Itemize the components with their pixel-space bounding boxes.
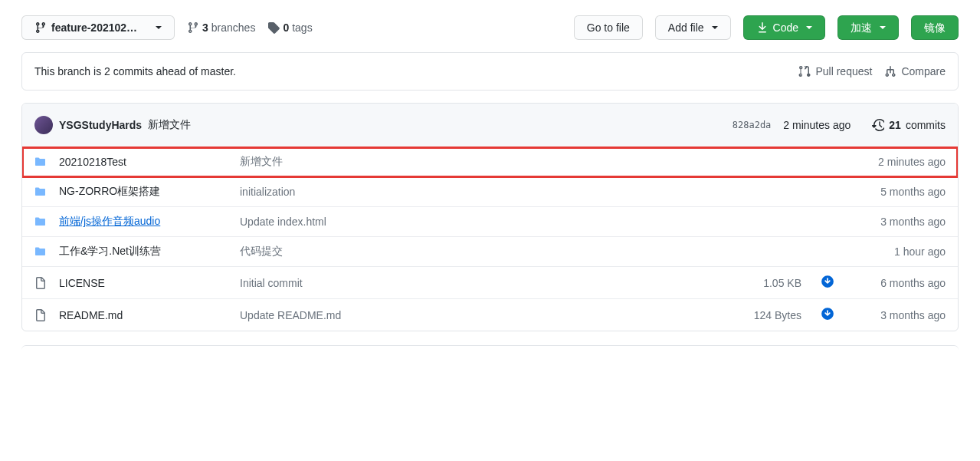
commit-message[interactable]: 新增文件 [148,118,191,132]
file-name-cell: 前端/js操作音频audio [59,215,228,229]
pull-request-label: Pull request [815,65,872,77]
commit-message-cell[interactable]: Update index.html [240,216,720,228]
pull-request-icon [798,65,811,77]
accelerate-button[interactable]: 加速 [837,15,899,40]
file-time-cell: 5 months ago [854,186,946,198]
compare-icon [884,65,896,77]
file-icon [34,277,47,289]
folder-icon [34,186,47,198]
file-name-cell: 20210218Test [59,156,228,168]
file-name-link[interactable]: 前端/js操作音频audio [59,215,160,227]
add-file-button[interactable]: Add file [655,15,731,40]
commits-label: commits [906,119,946,131]
git-branch-icon [34,21,47,34]
file-size-cell: 1.05 KB [733,277,801,289]
chevron-down-icon [806,26,812,29]
chevron-down-icon [712,26,718,29]
add-file-label: Add file [668,20,704,35]
commit-message-cell[interactable]: 新增文件 [240,155,720,169]
code-button[interactable]: Code [743,15,825,40]
latest-commit-header: YSGStudyHards 新增文件 828a2da 2 minutes ago… [22,104,958,147]
history-icon [872,119,884,131]
commit-message-cell[interactable]: Update README.md [240,309,720,321]
compare-link[interactable]: Compare [884,65,946,77]
branch-select-button[interactable]: feature-202102… [21,15,175,40]
accelerate-label: 加速 [851,20,872,35]
chevron-down-icon [156,26,162,29]
file-row: 20210218Test新增文件2 minutes ago [22,147,958,177]
file-time-cell: 3 months ago [854,309,946,321]
git-branch-icon [187,21,199,34]
file-time-cell: 2 minutes ago [854,156,946,168]
file-row: NG-ZORRO框架搭建initialization5 months ago [22,177,958,207]
commit-message-cell[interactable]: Initial commit [240,277,720,289]
pull-request-link[interactable]: Pull request [798,65,872,77]
download-icon [756,21,769,34]
file-size-cell: 124 Bytes [733,309,801,321]
commit-message-cell[interactable]: initialization [240,186,720,198]
branch-name: feature-202102… [51,20,148,35]
file-row: 前端/js操作音频audioUpdate index.html3 months … [22,207,958,237]
file-name-cell: README.md [59,309,228,321]
file-name-link[interactable]: 20210218Test [59,156,126,168]
branches-count: 3 [202,21,208,34]
tag-icon [267,21,280,34]
file-list: 20210218Test新增文件2 minutes agoNG-ZORRO框架搭… [22,147,958,331]
mirror-button[interactable]: 镜像 [911,15,959,40]
commit-time[interactable]: 2 minutes ago [783,119,851,131]
file-time-cell: 3 months ago [854,216,946,228]
repo-toolbar: feature-202102… 3 branches 0 tags Go to … [21,15,959,40]
file-time-cell: 1 hour ago [854,245,946,258]
file-name-link[interactable]: README.md [59,309,123,321]
file-time-cell: 6 months ago [854,277,946,289]
code-label: Code [773,20,798,35]
download-cell [814,307,841,323]
commit-author[interactable]: YSGStudyHards [59,119,142,131]
file-name-cell: 工作&学习.Net训练营 [59,245,228,258]
file-name-cell: NG-ZORRO框架搭建 [59,185,228,199]
commits-count: 21 [889,119,901,131]
folder-icon [34,216,47,228]
file-row: README.mdUpdate README.md124 Bytes3 mont… [22,299,958,331]
folder-icon [34,156,47,168]
file-icon [34,309,47,321]
file-name-cell: LICENSE [59,277,228,289]
commits-history-link[interactable]: 21 commits [872,119,946,131]
branch-compare-actions: Pull request Compare [798,65,946,77]
chevron-down-icon [880,26,886,29]
commit-message-cell[interactable]: 代码提交 [240,245,720,258]
file-name-link[interactable]: NG-ZORRO框架搭建 [59,185,160,197]
cloud-download-icon[interactable] [821,307,834,321]
download-cell [814,275,841,291]
tags-label: tags [292,21,312,34]
avatar[interactable] [34,116,53,134]
go-to-file-button[interactable]: Go to file [574,15,643,40]
file-row: LICENSEInitial commit1.05 KB6 months ago [22,267,958,299]
file-name-link[interactable]: LICENSE [59,277,105,289]
tags-link[interactable]: 0 tags [267,21,312,34]
file-row: 工作&学习.Net训练营代码提交1 hour ago [22,237,958,267]
branch-compare-text: This branch is 2 commits ahead of master… [34,65,236,77]
file-name-link[interactable]: 工作&学习.Net训练营 [59,245,161,257]
commit-sha[interactable]: 828a2da [733,120,772,130]
files-container: YSGStudyHards 新增文件 828a2da 2 minutes ago… [21,103,959,331]
branches-link[interactable]: 3 branches [187,21,255,34]
branch-compare-banner: This branch is 2 commits ahead of master… [21,52,959,91]
compare-label: Compare [901,65,946,77]
tags-count: 0 [283,21,289,34]
divider [21,345,959,350]
folder-icon [34,245,47,258]
branches-label: branches [211,21,256,34]
cloud-download-icon[interactable] [821,275,834,288]
